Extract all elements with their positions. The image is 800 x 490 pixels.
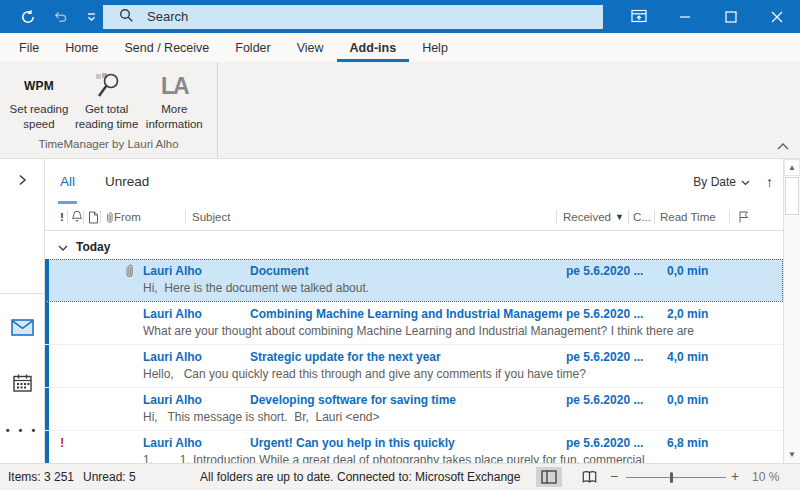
message-subject: Document: [250, 264, 562, 278]
column-subject[interactable]: Subject: [192, 211, 230, 223]
message-sender: Lauri Alho: [143, 307, 246, 321]
chevron-down-icon: [741, 175, 750, 189]
items-count: Items: 3 251: [8, 470, 74, 484]
navigation-rail: • • •: [0, 159, 45, 463]
item-type-page-icon[interactable]: [88, 211, 99, 226]
more-information-button[interactable]: LA Moreinformation: [141, 68, 207, 138]
folders-status: All folders are up to date.: [200, 470, 333, 484]
button-label: More: [146, 102, 203, 117]
group-header-today[interactable]: Today: [45, 235, 783, 259]
ribbon-tab-bar: File Home Send / Receive Folder View Add…: [0, 33, 800, 62]
tab-file[interactable]: File: [6, 33, 52, 62]
la-logo-icon: LA: [161, 73, 188, 100]
get-total-reading-time-button[interactable]: Get totalreading time: [72, 68, 141, 138]
ribbon-display-options-button[interactable]: [616, 0, 662, 33]
calendar-icon[interactable]: [0, 374, 44, 392]
zoom-level[interactable]: 10 %: [752, 470, 779, 484]
message-read-time: 0,0 min: [667, 393, 708, 407]
tab-view[interactable]: View: [284, 33, 337, 62]
filter-tab-unread[interactable]: Unread: [105, 159, 149, 204]
maximize-button[interactable]: [708, 0, 754, 33]
attachment-icon: [123, 263, 135, 281]
button-label: Set reading: [10, 102, 69, 117]
undo-icon[interactable]: [53, 9, 68, 24]
connection-status: Connected to: Microsoft Exchange: [337, 470, 520, 484]
scroll-down-icon[interactable]: ▼: [784, 446, 800, 463]
message-subject: Developing software for saving time: [250, 393, 562, 407]
tab-home[interactable]: Home: [52, 33, 111, 62]
message-row[interactable]: Lauri Alho Combining Machine Learning an…: [45, 302, 783, 345]
message-preview: Hi, This message is short. Br, Lauri <en…: [143, 410, 767, 424]
filter-tab-all[interactable]: All: [58, 159, 77, 204]
message-row[interactable]: Lauri Alho Strategic update for the next…: [45, 345, 783, 388]
unread-count: Unread: 5: [83, 470, 136, 484]
message-sender: Lauri Alho: [143, 393, 246, 407]
message-row[interactable]: Lauri Alho Developing software for savin…: [45, 388, 783, 431]
message-subject: Strategic update for the next year: [250, 350, 562, 364]
zoom-out-icon[interactable]: −: [610, 468, 618, 484]
quick-access-toolbar: [0, 9, 103, 25]
ribbon-group-label: TimeManager by Lauri Alho: [0, 138, 217, 157]
reading-view-button[interactable]: [576, 467, 602, 487]
unread-indicator: [45, 388, 49, 430]
normal-view-button[interactable]: [536, 467, 562, 487]
message-read-time: 2,0 min: [667, 307, 708, 321]
message-list-pane: All Unread By Date ↑ ! From Subject: [45, 159, 783, 463]
message-preview: Hi, Here is the document we talked about…: [143, 281, 767, 295]
zoom-in-icon[interactable]: +: [731, 468, 739, 484]
mail-icon[interactable]: [0, 319, 44, 336]
set-reading-speed-button[interactable]: WPM Set readingspeed: [6, 68, 72, 138]
message-received: pe 5.6.2020 ...: [566, 307, 643, 321]
zoom-slider-thumb[interactable]: [670, 472, 673, 483]
vertical-scrollbar[interactable]: ▲ ▼: [783, 159, 800, 463]
message-received: pe 5.6.2020 ...: [566, 436, 643, 450]
search-icon: [119, 8, 134, 26]
search-placeholder: Search: [147, 9, 188, 24]
message-row[interactable]: ! Lauri Alho Urgent! Can you help in thi…: [45, 431, 783, 463]
column-read-time[interactable]: Read Time: [660, 211, 716, 223]
chevron-down-icon: [58, 240, 68, 254]
message-received: pe 5.6.2020 ...: [566, 393, 643, 407]
send-receive-icon[interactable]: [20, 9, 36, 25]
sort-descending-icon: ▼: [615, 212, 624, 222]
unread-indicator: [45, 302, 49, 344]
message-sender: Lauri Alho: [143, 436, 246, 450]
ribbon: WPM Set readingspeed Get totalreading ti…: [0, 62, 800, 159]
expand-folder-pane-icon[interactable]: [0, 174, 44, 186]
column-importance[interactable]: !: [60, 211, 64, 223]
close-button[interactable]: [754, 0, 800, 33]
unread-indicator: [45, 431, 49, 463]
message-row[interactable]: Lauri Alho Document pe 5.6.2020 ... 0,0 …: [45, 259, 783, 302]
tab-send-receive[interactable]: Send / Receive: [112, 33, 223, 62]
search-input[interactable]: Search: [103, 5, 603, 29]
scrollbar-thumb[interactable]: [785, 177, 799, 215]
button-label: Get total: [75, 102, 138, 117]
minimize-button[interactable]: [662, 0, 708, 33]
column-from[interactable]: From: [114, 211, 141, 223]
sort-direction-icon[interactable]: ↑: [766, 174, 773, 190]
more-apps-icon[interactable]: • • •: [0, 424, 44, 436]
tab-add-ins[interactable]: Add-ins: [337, 33, 410, 62]
magnifier-clock-icon: [92, 70, 122, 102]
tab-help[interactable]: Help: [409, 33, 461, 62]
customize-qat-icon[interactable]: [85, 11, 98, 23]
column-received[interactable]: Received: [563, 211, 611, 223]
rail-divider: [0, 293, 44, 294]
button-label: speed: [10, 117, 69, 132]
zoom-slider-track[interactable]: [626, 477, 726, 478]
scroll-up-icon[interactable]: ▲: [784, 159, 800, 176]
message-subject: Combining Machine Learning and Industria…: [250, 307, 562, 321]
column-categories[interactable]: C...: [633, 211, 651, 223]
message-preview: Hello, Can you quickly read this through…: [143, 367, 767, 381]
title-bar: Search: [0, 0, 800, 33]
sort-by-date-dropdown[interactable]: By Date: [693, 175, 750, 189]
sort-label: By Date: [693, 175, 736, 189]
message-read-time: 0,0 min: [667, 264, 708, 278]
button-label: reading time: [75, 117, 138, 132]
reminder-bell-icon[interactable]: [71, 210, 83, 225]
tab-folder[interactable]: Folder: [222, 33, 283, 62]
collapse-ribbon-icon[interactable]: [777, 139, 789, 153]
filter-flag-icon[interactable]: [737, 210, 750, 226]
message-list: Today Lauri Alho Document pe 5.6.2020 ..…: [45, 231, 783, 463]
high-importance-icon: !: [60, 435, 64, 450]
